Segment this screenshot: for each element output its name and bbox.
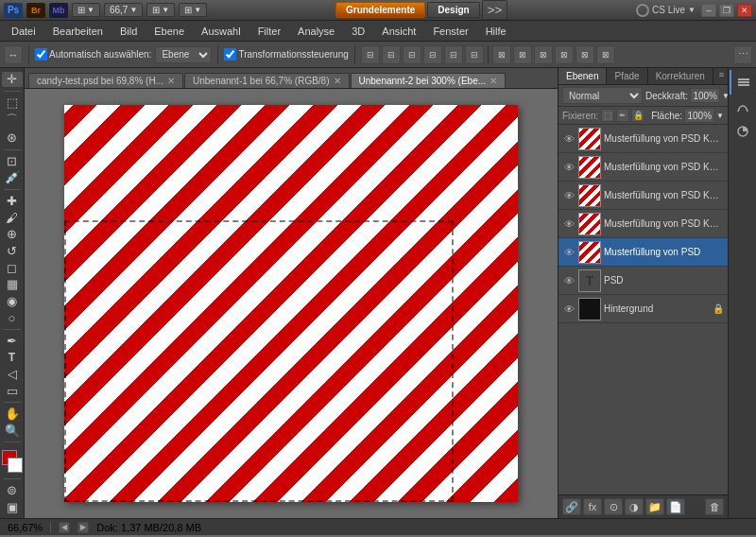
layer-item-5[interactable]: 👁TPSD xyxy=(558,267,728,295)
zoom-control[interactable]: 66,7 ▼ xyxy=(104,3,143,17)
lock-position-btn[interactable]: ✒ xyxy=(616,109,629,122)
layer-item-4[interactable]: 👁Musterfüllung von PSD xyxy=(558,238,728,267)
mb-icon[interactable]: Mb xyxy=(49,3,68,18)
add-adjustment-btn[interactable]: ◑ xyxy=(625,498,644,515)
layer-eye-4[interactable]: 👁 xyxy=(562,246,576,259)
panel-icon-adjustments[interactable] xyxy=(730,119,756,144)
quick-mask-btn[interactable]: ⊚ xyxy=(2,483,23,498)
layer-item-1[interactable]: 👁Musterfüllung von PSD Kopie xyxy=(558,153,728,182)
gradient-tool[interactable]: ▦ xyxy=(2,277,23,292)
shape-tool[interactable]: ▭ xyxy=(2,384,23,399)
minimize-btn[interactable]: – xyxy=(701,4,716,17)
menu-datei[interactable]: Datei xyxy=(4,24,43,39)
more-workspaces-btn[interactable]: >> xyxy=(482,0,508,20)
menu-filter[interactable]: Filter xyxy=(250,24,288,39)
menu-hilfe[interactable]: Hilfe xyxy=(478,24,514,39)
align-right-btn[interactable]: ⊟ xyxy=(403,45,421,64)
align-top-btn[interactable]: ⊟ xyxy=(423,45,442,64)
fill-chevron[interactable]: ▼ xyxy=(716,112,724,120)
tool-options-icon[interactable]: ↔ xyxy=(4,45,23,64)
bridge-icon[interactable]: Br xyxy=(26,3,45,18)
grundelemente-btn[interactable]: Grundelemente xyxy=(335,2,425,18)
align-center-btn[interactable]: ⊟ xyxy=(382,45,401,64)
layers-tab[interactable]: Ebenen xyxy=(558,68,607,84)
layer-eye-6[interactable]: 👁 xyxy=(562,303,576,316)
opacity-input[interactable] xyxy=(690,88,720,103)
eraser-tool[interactable]: ◻ xyxy=(2,260,23,275)
move-tool[interactable]: ✛ xyxy=(2,72,23,87)
menu-ansicht[interactable]: Ansicht xyxy=(374,24,423,39)
align-left-btn[interactable]: ⊟ xyxy=(361,45,380,64)
layer-eye-2[interactable]: 👁 xyxy=(562,189,576,202)
brush-tool[interactable]: 🖌 xyxy=(2,210,23,225)
fill-input[interactable] xyxy=(684,108,714,123)
align-middle-btn[interactable]: ⊟ xyxy=(444,45,463,64)
layer-eye-3[interactable]: 👁 xyxy=(562,217,576,231)
extra-options-btn[interactable]: ⋯ xyxy=(733,45,752,64)
layer-item-0[interactable]: 👁Musterfüllung von PSD Kopie 2 xyxy=(558,125,728,153)
paths-tab[interactable]: Pfade xyxy=(607,68,647,84)
eyedropper-tool[interactable]: 💉 xyxy=(2,170,23,185)
distribute-right-btn[interactable]: ⊠ xyxy=(534,45,553,64)
panel-menu-btn[interactable]: ≡ xyxy=(715,68,728,84)
tab-unbenannt-2-close[interactable]: ✕ xyxy=(490,76,497,86)
menu-3d[interactable]: 3D xyxy=(344,24,372,39)
type-tool[interactable]: T xyxy=(2,350,23,365)
lasso-tool[interactable]: ⌒ xyxy=(2,112,23,129)
marquee-tool[interactable]: ⬚ xyxy=(2,95,23,110)
layer-item-2[interactable]: 👁Musterfüllung von PSD Kopie 4 xyxy=(558,182,728,210)
layer-item-6[interactable]: 👁Hintergrund🔒 xyxy=(558,295,728,323)
crop-tool[interactable]: ⊡ xyxy=(2,153,23,168)
tab-unbenannt-2[interactable]: Unbenannt-2 bei 300% (Ebe... ✕ xyxy=(351,73,507,88)
blur-tool[interactable]: ◉ xyxy=(2,294,23,309)
lock-all-btn[interactable]: 🔒 xyxy=(631,109,644,122)
tab-candy-test[interactable]: candy-test.psd bei 69,8% (H... ✕ xyxy=(28,73,183,88)
view-dropdown[interactable]: ⊞▼ xyxy=(72,3,100,17)
menu-analyse[interactable]: Analyse xyxy=(290,24,342,39)
healing-tool[interactable]: ✚ xyxy=(2,194,23,209)
ps-icon[interactable]: Ps xyxy=(4,3,23,18)
menu-auswahl[interactable]: Auswahl xyxy=(194,24,249,39)
arrange-btn[interactable]: ⊞ ▼ xyxy=(179,3,207,17)
clone-tool[interactable]: ⊕ xyxy=(2,227,23,242)
panel-icon-layers[interactable] xyxy=(730,70,756,95)
background-color[interactable] xyxy=(8,458,23,473)
path-select-tool[interactable]: ◁ xyxy=(2,367,23,382)
align-bottom-btn[interactable]: ⊟ xyxy=(465,45,484,64)
quick-select-tool[interactable]: ⊛ xyxy=(2,130,23,146)
menu-bearbeiten[interactable]: Bearbeiten xyxy=(45,24,111,39)
add-group-btn[interactable]: 📁 xyxy=(645,498,664,515)
distribute-center-btn[interactable]: ⊠ xyxy=(513,45,532,64)
design-btn[interactable]: Design xyxy=(427,2,479,18)
layer-type-select[interactable]: Ebene Gruppe xyxy=(155,46,212,63)
canvas-wrapper[interactable] xyxy=(64,105,518,502)
pen-tool[interactable]: ✒ xyxy=(2,334,23,349)
layer-eye-5[interactable]: 👁 xyxy=(562,274,576,287)
menu-ebene[interactable]: Ebene xyxy=(146,24,192,39)
auto-select-checkbox[interactable] xyxy=(35,48,47,61)
close-btn[interactable]: ✕ xyxy=(737,4,752,17)
hand-tool[interactable]: ✋ xyxy=(2,407,23,422)
add-mask-btn[interactable]: ⊙ xyxy=(604,498,623,515)
screen-mode-btn[interactable]: ▣ xyxy=(2,499,23,514)
menu-bild[interactable]: Bild xyxy=(112,24,145,39)
distribute-middle-btn[interactable]: ⊠ xyxy=(576,45,594,64)
layer-eye-0[interactable]: 👁 xyxy=(562,132,576,146)
delete-layer-btn[interactable]: 🗑 xyxy=(705,498,724,515)
link-layers-btn[interactable]: 🔗 xyxy=(562,498,581,515)
menu-fenster[interactable]: Fenster xyxy=(425,24,475,39)
distribute-left-btn[interactable]: ⊠ xyxy=(492,45,511,64)
cs-live-btn[interactable]: CS Live ▼ xyxy=(636,4,696,17)
history-brush[interactable]: ↺ xyxy=(2,244,23,259)
tab-candy-test-close[interactable]: ✕ xyxy=(167,76,175,86)
add-style-btn[interactable]: fx xyxy=(583,498,602,515)
tab-unbenannt-1[interactable]: Unbenannt-1 bei 66,7% (RGB/8) ✕ xyxy=(184,73,350,88)
blend-mode-select[interactable]: Normal Multiplizieren Bildschirm xyxy=(562,87,643,104)
lock-pixels-btn[interactable]: ⬚ xyxy=(601,109,614,122)
zoom-tool[interactable]: 🔍 xyxy=(2,424,23,439)
tab-unbenannt-1-close[interactable]: ✕ xyxy=(334,76,341,86)
adjustments-tab[interactable]: Korrekturen xyxy=(648,68,713,84)
distribute-top-btn[interactable]: ⊠ xyxy=(555,45,574,64)
dodge-tool[interactable]: ○ xyxy=(2,310,23,325)
view-options[interactable]: ⊞ ▼ xyxy=(146,3,175,17)
